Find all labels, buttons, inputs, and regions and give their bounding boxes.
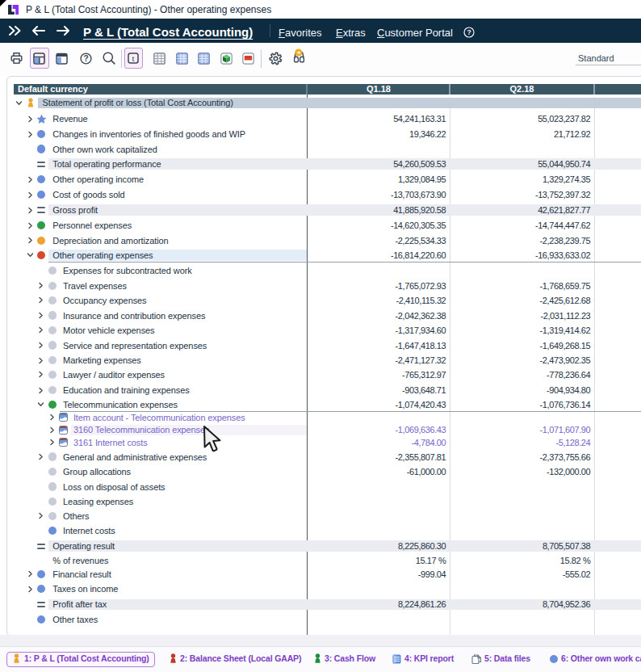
svg-text:t: t <box>132 53 135 63</box>
svg-text:?: ? <box>83 54 88 63</box>
svg-text:?: ? <box>467 28 471 36</box>
